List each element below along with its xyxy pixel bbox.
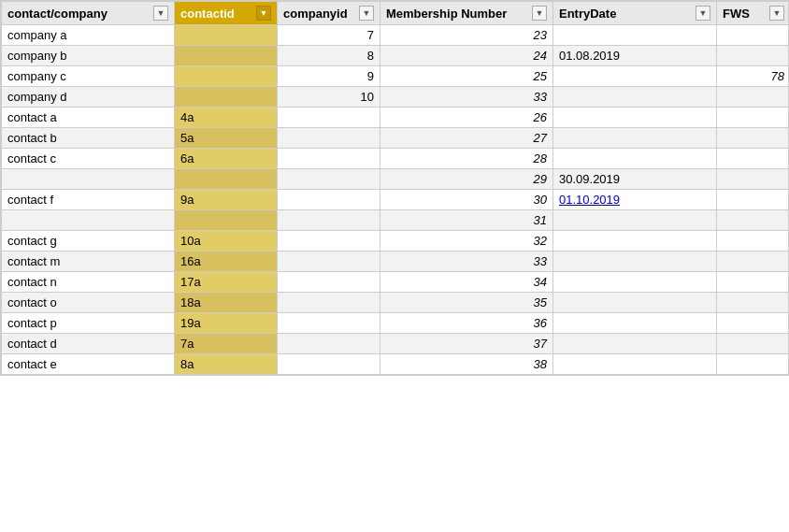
cell-companyid [278, 252, 380, 272]
cell-membership: 25 [380, 66, 553, 87]
cell-fws [717, 108, 790, 128]
filter-button-contact[interactable]: ▼ [153, 6, 168, 21]
cell-contactid: 10a [175, 231, 278, 252]
table-row: contact e8a38 [2, 354, 790, 375]
cell-contactid: 4a [175, 108, 278, 128]
cell-contact: contact f [2, 190, 175, 210]
cell-fws [717, 25, 790, 46]
cell-contactid: 7a [175, 334, 278, 354]
cell-contact: company b [2, 46, 175, 66]
column-label-companyid: companyid [283, 7, 348, 21]
cell-contactid: 18a [175, 293, 278, 313]
cell-contact: contact n [2, 272, 175, 293]
cell-contact: contact p [2, 313, 175, 334]
column-header-membership[interactable]: Membership Number▼ [380, 2, 553, 25]
cell-membership: 28 [380, 149, 553, 169]
table-row: contact p19a36 [2, 313, 790, 334]
cell-contact: company d [2, 87, 175, 108]
cell-contactid [175, 25, 278, 46]
cell-membership: 32 [380, 231, 553, 252]
table-row: 31 [2, 210, 790, 231]
cell-contact: contact d [2, 334, 175, 354]
cell-entrydate [553, 252, 717, 272]
cell-fws [717, 190, 790, 210]
table-row: 2930.09.2019 [2, 169, 790, 190]
cell-contact: contact m [2, 252, 175, 272]
column-label-contactid: contactid [180, 7, 235, 21]
cell-membership: 24 [380, 46, 553, 66]
cell-contactid [175, 210, 278, 231]
filter-button-contactid[interactable]: ▼ [256, 6, 271, 21]
table-row: company b82401.08.2019 [2, 46, 790, 66]
cell-companyid [278, 190, 380, 210]
cell-contactid [175, 87, 278, 108]
cell-contactid [175, 169, 278, 190]
column-header-contactid[interactable]: contactid▼ [175, 2, 278, 25]
cell-companyid [278, 231, 380, 252]
cell-membership: 31 [380, 210, 553, 231]
cell-fws [717, 334, 790, 354]
cell-contactid: 9a [175, 190, 278, 210]
cell-companyid [278, 313, 380, 334]
table-row: contact m16a33 [2, 252, 790, 272]
cell-membership: 35 [380, 293, 553, 313]
table-row: contact g10a32 [2, 231, 790, 252]
cell-contact: contact a [2, 108, 175, 128]
table-row: contact f9a3001.10.2019 [2, 190, 790, 210]
filter-button-membership[interactable]: ▼ [532, 6, 547, 21]
cell-entrydate [553, 149, 717, 169]
cell-membership: 33 [380, 252, 553, 272]
cell-fws [717, 231, 790, 252]
column-header-contact[interactable]: contact/company▼ [2, 2, 175, 25]
cell-contact: contact c [2, 149, 175, 169]
column-label-entrydate: EntryDate [559, 7, 616, 21]
column-header-companyid[interactable]: companyid▼ [278, 2, 380, 25]
cell-membership: 36 [380, 313, 553, 334]
table-row: contact d7a37 [2, 334, 790, 354]
column-label-fws: FWS [723, 7, 750, 21]
cell-fws [717, 313, 790, 334]
cell-contact [2, 169, 175, 190]
filter-button-fws[interactable]: ▼ [769, 6, 784, 21]
cell-membership: 38 [380, 354, 553, 375]
table-row: company d1033 [2, 87, 790, 108]
cell-fws [717, 293, 790, 313]
cell-membership: 27 [380, 128, 553, 149]
cell-contact: contact g [2, 231, 175, 252]
cell-fws [717, 210, 790, 231]
cell-companyid [278, 334, 380, 354]
cell-entrydate [553, 293, 717, 313]
cell-companyid [278, 128, 380, 149]
cell-entrydate [553, 128, 717, 149]
cell-contactid [175, 66, 278, 87]
cell-entrydate: 01.08.2019 [553, 46, 717, 66]
cell-contact: company a [2, 25, 175, 46]
cell-fws [717, 252, 790, 272]
cell-contactid: 19a [175, 313, 278, 334]
cell-contactid: 6a [175, 149, 278, 169]
cell-contactid: 5a [175, 128, 278, 149]
cell-fws [717, 272, 790, 293]
table-row: contact a4a26 [2, 108, 790, 128]
cell-contactid: 8a [175, 354, 278, 375]
cell-fws [717, 354, 790, 375]
table-row: contact c6a28 [2, 149, 790, 169]
cell-entrydate [553, 210, 717, 231]
table-row: contact o18a35 [2, 293, 790, 313]
cell-contact: contact o [2, 293, 175, 313]
column-header-entrydate[interactable]: EntryDate▼ [553, 2, 717, 25]
cell-entrydate [553, 25, 717, 46]
cell-companyid [278, 210, 380, 231]
cell-membership: 30 [380, 190, 553, 210]
cell-fws [717, 149, 790, 169]
cell-entrydate [553, 313, 717, 334]
cell-entrydate: 01.10.2019 [553, 190, 717, 210]
column-header-fws[interactable]: FWS▼ [717, 2, 790, 25]
entry-date-link[interactable]: 01.10.2019 [559, 193, 620, 207]
cell-entrydate [553, 108, 717, 128]
cell-membership: 29 [380, 169, 553, 190]
cell-contactid: 17a [175, 272, 278, 293]
table-row: contact b5a27 [2, 128, 790, 149]
filter-button-entrydate[interactable]: ▼ [696, 6, 710, 21]
filter-button-companyid[interactable]: ▼ [359, 6, 374, 21]
